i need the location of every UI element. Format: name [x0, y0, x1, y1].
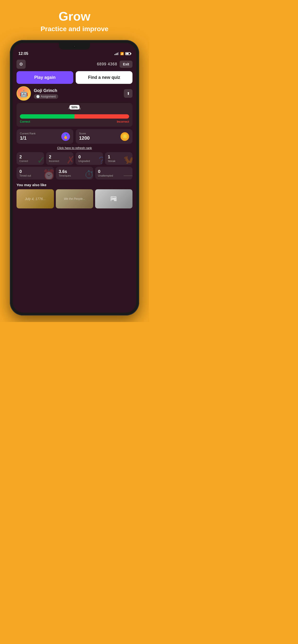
- score-value: 1200: [79, 135, 90, 141]
- accuracy-section: Accuracy 50% Correct Incorrect: [16, 103, 132, 127]
- phone-notch: [59, 43, 90, 50]
- status-time: 12:05: [18, 52, 28, 56]
- room-code: 6899 4368: [97, 62, 118, 66]
- settings-button[interactable]: ⚙: [16, 60, 26, 69]
- ungraded-icon: ?: [99, 154, 103, 165]
- clock-icon: 🕐: [36, 95, 40, 98]
- also-like-title: You may also like: [16, 183, 132, 187]
- time-per-ques-value: 3.6s: [59, 169, 71, 174]
- share-icon: ⬆: [127, 91, 130, 96]
- stats-grid: 2 Correct ✓ 2 Incorrect ✗: [16, 152, 132, 180]
- phone-shell: 12:05 📶: [10, 40, 139, 316]
- also-like-cards: July 4, 1776... We the People... 📰: [16, 189, 132, 208]
- rank-label: Current Rank: [20, 132, 36, 135]
- accuracy-bar: [20, 114, 129, 118]
- quiz-details: Goji Grinch 🕐 Assignment: [34, 88, 121, 99]
- status-icons: 📶: [114, 52, 130, 55]
- incorrect-name: Incorrect: [49, 160, 59, 162]
- stat-timeout: 0 Timed out ⏰: [16, 167, 54, 180]
- timeout-name: Timed out: [20, 174, 31, 177]
- unattempted-name: Unattempted: [98, 174, 113, 177]
- rank-value: 1/1: [20, 135, 36, 141]
- card-3-image: 📰: [110, 196, 118, 202]
- camera: [73, 45, 76, 48]
- streak-icon: 🐿: [124, 154, 132, 165]
- also-like-card-2[interactable]: We the People...: [56, 189, 93, 208]
- incorrect-label: Incorrect: [117, 120, 129, 124]
- correct-bar: [20, 114, 74, 118]
- stat-streak: 1 Streak 🐿: [105, 152, 132, 165]
- streak-name: Streak: [108, 160, 116, 162]
- correct-icon: ✓: [37, 154, 44, 165]
- gear-icon: ⚙: [19, 62, 23, 67]
- correct-name: Correct: [20, 160, 28, 162]
- unattempted-icon: —: [124, 169, 132, 180]
- accuracy-labels: Correct Incorrect: [20, 120, 129, 124]
- also-like-card-3[interactable]: 📰: [95, 189, 132, 208]
- stat-ungraded: 0 Ungraded ?: [76, 152, 103, 165]
- rank-icon: 🏅: [61, 132, 70, 141]
- ungraded-value: 0: [78, 154, 90, 160]
- ungraded-name: Ungraded: [78, 160, 90, 162]
- action-buttons: Play again Find a new quiz: [16, 71, 132, 84]
- incorrect-bar: [74, 114, 129, 118]
- stat-time-per-ques: 3.6s Time/ques ⏱: [56, 167, 93, 180]
- refresh-rank-button[interactable]: Click here to refresh rank: [16, 146, 132, 150]
- page-wrapper: Grow Practice and improve 12:05: [0, 0, 149, 322]
- timeout-value: 0: [20, 169, 31, 174]
- accuracy-label: Accuracy 50%: [20, 106, 129, 110]
- time-per-ques-name: Time/ques: [59, 174, 71, 177]
- wifi-icon: 📶: [120, 52, 124, 55]
- card-1-image: July 4, 1776...: [24, 196, 46, 202]
- top-bar-right: 6899 4368 Exit: [97, 60, 132, 68]
- also-like-section: You may also like July 4, 1776... We the…: [16, 183, 132, 208]
- page-title: Grow: [40, 10, 108, 23]
- header-section: Grow Practice and improve: [40, 0, 108, 33]
- score-icon: 🪙: [120, 132, 129, 141]
- also-like-card-1[interactable]: July 4, 1776...: [16, 189, 54, 208]
- incorrect-value: 2: [49, 154, 59, 160]
- time-icon: ⏱: [84, 169, 93, 180]
- signal-icon: [114, 52, 119, 55]
- score-label: Score: [79, 132, 90, 135]
- score-card: Score 1200 🪙: [76, 129, 132, 144]
- quiz-name: Goji Grinch: [34, 88, 121, 93]
- streak-value: 1: [108, 154, 116, 160]
- avatar-emoji: 🤖: [20, 90, 28, 98]
- share-button[interactable]: ⬆: [124, 89, 132, 98]
- quiz-info: 🤖 Goji Grinch 🕐 Assignment ⬆: [16, 86, 132, 100]
- rank-score-row: Current Rank 1/1 🏅 Score 1200: [16, 129, 132, 144]
- stat-incorrect: 2 Incorrect ✗: [46, 152, 74, 165]
- stats-row-2: 0 Timed out ⏰ 3.6s Time/ques ⏱: [16, 167, 132, 180]
- stat-unattempted: 0 Unattempted —: [95, 167, 132, 180]
- exit-button[interactable]: Exit: [120, 60, 132, 68]
- rank-card: Current Rank 1/1 🏅: [16, 129, 73, 144]
- top-bar: ⚙ 6899 4368 Exit: [16, 60, 132, 69]
- incorrect-icon: ✗: [66, 154, 74, 165]
- quiz-badge: 🕐 Assignment: [34, 94, 58, 99]
- unattempted-value: 0: [98, 169, 113, 174]
- accuracy-percentage: 50%: [70, 105, 80, 110]
- battery-icon: [125, 52, 130, 55]
- correct-label: Correct: [20, 120, 30, 124]
- correct-value: 2: [20, 154, 28, 160]
- stat-correct: 2 Correct ✓: [16, 152, 44, 165]
- find-quiz-button[interactable]: Find a new quiz: [76, 71, 132, 84]
- timeout-icon: ⏰: [43, 169, 54, 180]
- page-subtitle: Practice and improve: [40, 25, 108, 33]
- phone-screen: 12:05 📶: [13, 43, 136, 313]
- stats-row-1: 2 Correct ✓ 2 Incorrect ✗: [16, 152, 132, 165]
- play-again-button[interactable]: Play again: [16, 71, 73, 84]
- screen-content[interactable]: ⚙ 6899 4368 Exit Play again Find a new q…: [13, 58, 136, 313]
- card-2-image: We the People...: [64, 197, 85, 200]
- avatar: 🤖: [16, 86, 31, 100]
